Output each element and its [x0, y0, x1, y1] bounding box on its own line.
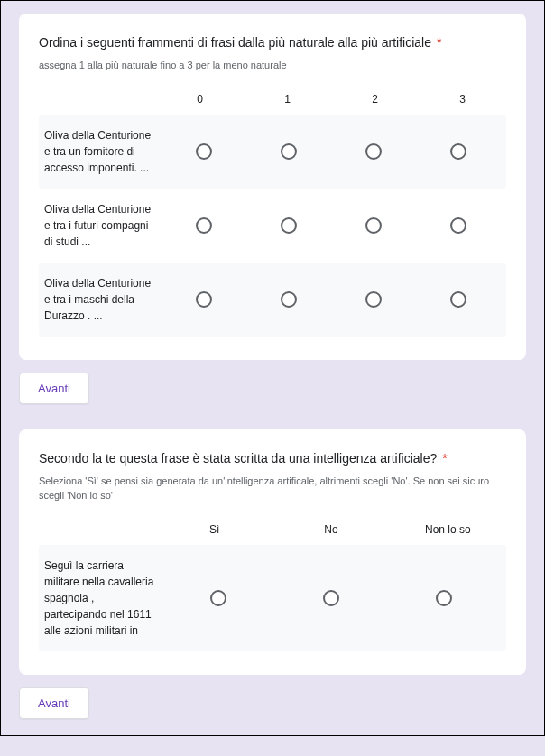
radio-option[interactable] [281, 217, 297, 234]
cell [162, 217, 246, 234]
cell [331, 291, 416, 308]
table-row: Seguì la carriera militare nella cavalle… [39, 545, 506, 651]
next-button[interactable]: Avanti [19, 687, 89, 719]
cell [416, 143, 501, 160]
radio-option[interactable] [196, 217, 212, 234]
required-asterisk: * [442, 451, 447, 466]
cell [274, 590, 387, 606]
question-description: assegna 1 alla più naturale fino a 3 per… [39, 58, 506, 73]
column-header: Non lo so [390, 523, 506, 536]
cell [246, 291, 331, 308]
grid-body: Oliva della Centurione e tra un fornitor… [39, 115, 506, 337]
cell [162, 143, 246, 160]
cell [331, 217, 416, 234]
table-row: Oliva della Centurione e tra i futuri co… [39, 189, 506, 263]
column-header: 0 [156, 93, 244, 106]
radio-option[interactable] [436, 590, 452, 606]
cell [162, 291, 246, 308]
section-gap [19, 422, 526, 429]
grid-header-spacer [39, 523, 156, 536]
radio-option[interactable] [450, 291, 466, 308]
question-title: Ordina i seguenti frammenti di frasi dal… [39, 33, 506, 52]
question-title-text: Secondo la te questa frase è stata scrit… [39, 451, 437, 466]
radio-option[interactable] [210, 590, 226, 606]
cell [416, 291, 501, 308]
table-row: Oliva della Centurione e tra i maschi de… [39, 263, 506, 337]
radio-option[interactable] [365, 143, 382, 160]
row-label: Seguì la carriera militare nella cavalle… [44, 558, 162, 639]
question-card-ai: Secondo la te questa frase è stata scrit… [19, 429, 526, 675]
cell [246, 217, 331, 234]
grid-header: 0 1 2 3 [39, 86, 506, 115]
grid-header-spacer [39, 93, 156, 106]
question-description: Seleziona 'Sì' se pensi sia generata da … [39, 474, 506, 503]
radio-option[interactable] [323, 590, 339, 606]
required-asterisk: * [437, 35, 441, 50]
radio-option[interactable] [196, 291, 212, 308]
question-title: Secondo la te questa frase è stata scrit… [39, 449, 506, 468]
radio-option[interactable] [450, 217, 466, 234]
cell [162, 590, 274, 606]
cell [246, 143, 331, 160]
cell [331, 143, 416, 160]
radio-option[interactable] [365, 217, 382, 234]
cell [416, 217, 501, 234]
radio-option[interactable] [281, 291, 297, 308]
cell [388, 590, 501, 606]
grid-header: Sì No Non lo so [39, 516, 506, 545]
grid-body: Seguì la carriera militare nella cavalle… [39, 545, 506, 651]
question-card-ordering: Ordina i seguenti frammenti di frasi dal… [19, 14, 526, 360]
column-header: Sì [156, 523, 272, 536]
radio-option[interactable] [281, 143, 297, 160]
radio-option[interactable] [450, 143, 466, 160]
column-header: 1 [244, 93, 331, 106]
column-header: 3 [419, 93, 506, 106]
column-header: 2 [331, 93, 419, 106]
table-row: Oliva della Centurione e tra un fornitor… [39, 115, 506, 189]
next-button[interactable]: Avanti [19, 373, 89, 404]
row-label: Oliva della Centurione e tra un fornitor… [44, 127, 162, 176]
question-title-text: Ordina i seguenti frammenti di frasi dal… [39, 35, 431, 50]
radio-option[interactable] [365, 291, 382, 308]
row-label: Oliva della Centurione e tra i maschi de… [44, 275, 162, 324]
row-label: Oliva della Centurione e tra i futuri co… [44, 201, 162, 250]
column-header: No [272, 523, 389, 536]
radio-option[interactable] [196, 143, 212, 160]
